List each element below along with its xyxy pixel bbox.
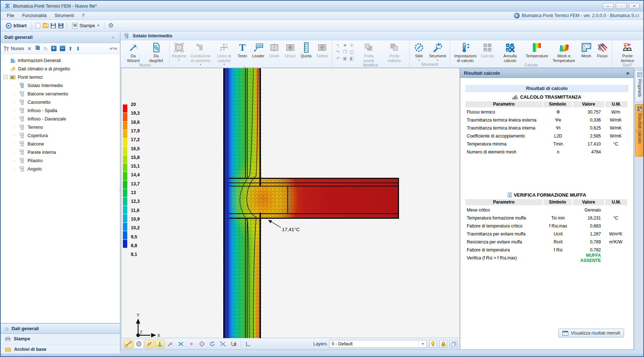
strumenti-button[interactable]: Strumenti▼	[427, 41, 448, 62]
snap-endpoint-button[interactable]	[124, 340, 133, 348]
boundary-icon: EI	[196, 42, 205, 53]
sort-icon[interactable]: A↷A	[109, 47, 117, 50]
tree-item[interactable]: ┄Balcone serramento	[13, 90, 120, 98]
collapse-node-icon[interactable]: −	[4, 75, 8, 79]
tab-risultati-calcolo[interactable]: Risultati calcolo	[635, 104, 644, 157]
splitter-handle[interactable]: ⋮⋮	[118, 188, 120, 200]
tab-proprieta[interactable]: Proprietà	[635, 70, 644, 102]
mesh-button[interactable]: Mesh	[578, 41, 594, 63]
layer-manager-button[interactable]	[449, 340, 457, 348]
svg-text:=: =	[489, 48, 491, 52]
nav-stampe[interactable]: Stampe	[1, 334, 120, 344]
monthly-results-button[interactable]: Visualizza risultati mensili	[558, 329, 624, 337]
layer-select[interactable]: 0 - Default ▼	[329, 340, 427, 348]
minimize-button[interactable]: —	[603, 3, 614, 9]
annulla-calcolo-button[interactable]: +−x Annulla calcolo	[496, 41, 525, 63]
nuovo-button[interactable]: Nuovo	[4, 46, 24, 51]
layer-visibility-button[interactable]	[429, 340, 437, 348]
da-dwg-button[interactable]: Da dwg/dxf	[144, 41, 168, 63]
expand-panel-icon[interactable]: ▶	[627, 71, 630, 75]
snap-center-button[interactable]	[134, 340, 144, 348]
ponte-termico-button[interactable]: Ponte termico	[614, 41, 641, 63]
snap-quadrant-button[interactable]	[197, 340, 207, 348]
unisci-button[interactable]: Unisci	[282, 41, 298, 66]
sottrai-button[interactable]: Sottrai	[314, 41, 330, 66]
close-button[interactable]: ✕	[629, 3, 640, 9]
new-file-button[interactable]	[35, 23, 41, 29]
undo-icon[interactable]: ↶	[335, 56, 341, 62]
da-wizard-button[interactable]: Da Wizard	[122, 41, 144, 63]
linee-calcolo-button[interactable]: UL Linee di calcolo▼	[214, 41, 234, 66]
drawing-canvas[interactable]: 17,41°C Y X Z 2019,318,617,917,216,515,8…	[121, 68, 460, 338]
porta-avanti-button[interactable]: Porta avanti	[357, 41, 381, 63]
condizione-contorno-button[interactable]: EI Condizione al contorno▼	[187, 41, 214, 66]
paste-icon[interactable]: ▣	[342, 56, 348, 62]
layer-lock-button[interactable]	[439, 340, 447, 348]
tree-item[interactable]: ┄Cassonetto	[13, 98, 120, 106]
stile-button[interactable]: Stile▼	[411, 41, 427, 62]
tree-item[interactable]: ┄Pilastro	[13, 156, 120, 165]
delete-button[interactable]: ✕	[27, 46, 32, 51]
snap-disable-button[interactable]	[229, 340, 238, 348]
tree-item[interactable]: − Ponti termici	[4, 73, 120, 81]
open-file-button[interactable]	[42, 23, 49, 29]
move-up-button[interactable]: ⬆	[68, 46, 73, 51]
tree-item[interactable]: ┄Copertura	[13, 131, 120, 140]
leader-button[interactable]: ABC Leader	[250, 41, 266, 66]
nav-dati-generali[interactable]: ⌂ Dati generali	[1, 323, 120, 334]
move-icon[interactable]: ✛	[349, 42, 355, 49]
settings-gear-button[interactable]: ⚙	[108, 22, 113, 29]
porta-indietro-button[interactable]: Porta indietro	[381, 41, 408, 63]
duplicate-icon[interactable]: ❐	[342, 49, 348, 55]
testo-button[interactable]: T Testo	[234, 41, 250, 66]
ortho-mode-button[interactable]	[244, 340, 253, 348]
snap-perpendicular-button[interactable]	[155, 340, 165, 348]
regione-button[interactable]: Regione▼	[171, 41, 187, 66]
select-cursor-icon[interactable]: ↖	[335, 42, 341, 49]
move-down-button[interactable]: ⬇	[76, 46, 80, 51]
tree-item[interactable]: ┄ Dati climatici e di progetto	[4, 65, 120, 73]
tree-item[interactable]: ┄Solaio Intermedio	[13, 81, 120, 90]
delete-icon[interactable]: ✕	[342, 42, 348, 49]
dividi-button[interactable]: Dividi	[266, 41, 282, 66]
stampe-button[interactable]: W Stampe▼	[70, 22, 102, 30]
refresh-button[interactable]: ↻	[43, 46, 48, 51]
tree-item[interactable]: ┄Infisso - Spalla	[13, 106, 120, 115]
temperature-button[interactable]: Temperature	[524, 41, 549, 63]
copy-button[interactable]	[35, 45, 40, 52]
snap-extension-button[interactable]	[218, 340, 228, 348]
bridge-type-icon	[20, 166, 25, 172]
menu-help[interactable]: ?	[78, 12, 88, 19]
bstart-button[interactable]: ▶ bStart	[4, 22, 29, 30]
snap-nearest-button[interactable]	[166, 340, 175, 348]
tree-item[interactable]: ┄Parete interna	[13, 148, 120, 156]
snap-intersection-button[interactable]	[176, 340, 186, 348]
flussi-button[interactable]: Flussi	[594, 41, 610, 63]
tree-item[interactable]: ┄Infisso - Davanzale	[13, 115, 120, 123]
calcola-button[interactable]: +−x= Calcola	[479, 41, 496, 63]
tree-item[interactable]: ┄Terreno	[13, 123, 120, 131]
snap-rotate-button[interactable]	[208, 340, 217, 348]
expand-all-button[interactable]: +	[51, 46, 57, 51]
menu-file[interactable]: File	[3, 12, 18, 19]
redo-icon[interactable]: ↷	[335, 49, 341, 55]
quota-button[interactable]: Quota	[298, 41, 314, 66]
flip-icon[interactable]: ◧	[349, 56, 355, 62]
menu-funzionalita[interactable]: Funzionalità	[18, 12, 50, 19]
snap-midpoint-button[interactable]	[145, 340, 154, 348]
snap-node-button[interactable]	[187, 340, 196, 348]
edit-mini-buttons[interactable]: ↖ ✕ ✛ ↷ ❐ ◫ ↶ ▣ ◧	[335, 42, 355, 62]
mesh-temperature-button[interactable]: Mesh e Temperature	[549, 41, 578, 63]
mirror-icon[interactable]: ◫	[349, 49, 355, 55]
tree-item[interactable]: ┄ Informazioni Generali	[4, 56, 120, 65]
collapse-sidebar-button[interactable]: ‹	[110, 34, 116, 40]
collapse-all-button[interactable]: −	[60, 46, 65, 51]
restore-button[interactable]: ▫	[616, 3, 627, 9]
impostazioni-calcolo-button[interactable]: Impostazioni di calcolo	[452, 41, 479, 63]
group-disegna: Regione▼ EI Condizione al contorno▼ UL L…	[170, 40, 332, 67]
tree-item[interactable]: ┄Balcone	[13, 140, 120, 148]
save-as-button[interactable]	[58, 23, 64, 29]
menu-strumenti[interactable]: Strumenti	[51, 12, 78, 19]
tree-item[interactable]: ┄Angolo	[13, 165, 120, 173]
save-button[interactable]	[50, 23, 56, 29]
